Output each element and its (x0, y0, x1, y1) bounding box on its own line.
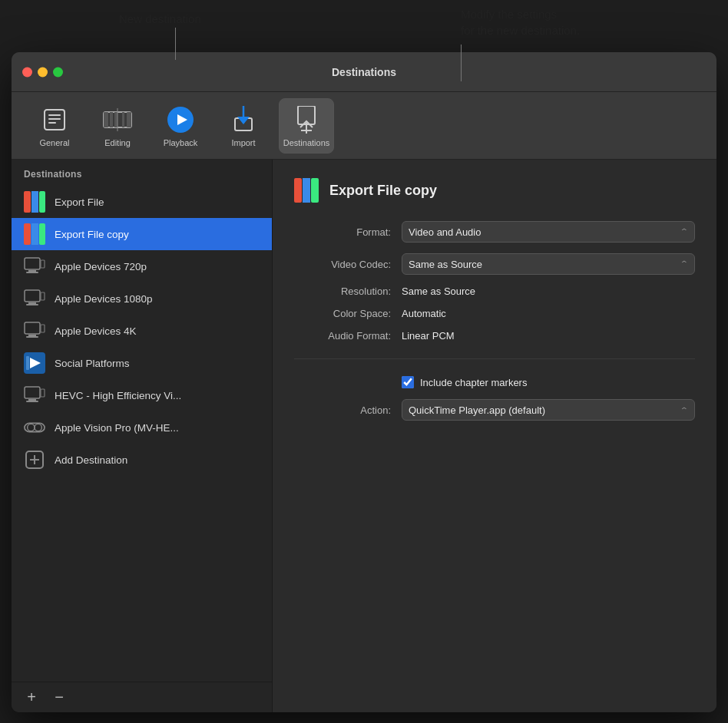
sidebar-item-hevc[interactable]: HEVC - High Efficiency Vi... (12, 379, 272, 411)
general-toolbar-button[interactable]: General (27, 98, 82, 154)
sidebar-item-apple-vision-pro[interactable]: Apple Vision Pro (MV-HE... (12, 411, 272, 444)
sidebar-item-apple-devices-720p[interactable]: Apple Devices 720p (12, 250, 272, 282)
svg-rect-23 (24, 223, 31, 245)
settings-grid: Format: Video and Audio Video Only Audio… (294, 221, 695, 421)
svg-rect-30 (25, 290, 40, 302)
svg-rect-25 (39, 223, 45, 245)
sidebar: Destinations Export File (12, 160, 273, 712)
detail-title: Export File copy (329, 183, 437, 199)
svg-rect-33 (41, 292, 45, 300)
svg-rect-29 (41, 260, 45, 268)
svg-point-46 (28, 424, 35, 431)
destinations-label: Destinations (283, 138, 330, 147)
svg-rect-53 (311, 178, 319, 203)
audio-format-label: Audio Format: (294, 330, 394, 342)
apple-devices-1080p-label: Apple Devices 1080p (55, 293, 153, 305)
video-codec-label: Video Codec: (294, 259, 394, 270)
sidebar-item-add-destination[interactable]: Add Destination (12, 444, 272, 476)
video-codec-select-wrapper: Same as Source H.264 H.265 (HEVC) ProRes… (402, 253, 695, 275)
sidebar-item-apple-devices-1080p[interactable]: Apple Devices 1080p (12, 282, 272, 315)
resolution-label: Resolution: (294, 286, 394, 297)
apple-devices-4k-icon (24, 320, 45, 342)
destinations-icon (291, 104, 322, 135)
svg-point-47 (35, 424, 41, 431)
modify-settings-callout: Modify the settingsfor the new destinati… (461, 6, 580, 38)
action-select[interactable]: QuickTime Player.app (default) None Open… (402, 399, 695, 421)
color-space-label: Color Space: (294, 308, 394, 319)
titlebar: Destinations (12, 52, 716, 92)
svg-rect-5 (104, 112, 108, 127)
export-file-copy-icon (24, 223, 45, 245)
format-select[interactable]: Video and Audio Video Only Audio Only (402, 221, 695, 243)
editing-toolbar-button[interactable]: Editing (90, 98, 145, 154)
svg-rect-2 (48, 118, 61, 120)
add-destination-label: Add Destination (55, 454, 127, 466)
import-label: Import (231, 138, 255, 147)
general-icon (39, 104, 70, 135)
svg-rect-8 (114, 112, 117, 127)
apple-devices-720p-icon (24, 256, 45, 277)
detail-panel: Export File copy Format: Video and Audio… (273, 160, 716, 712)
svg-rect-44 (41, 389, 45, 397)
maximize-button[interactable] (53, 67, 63, 77)
add-destination-icon (24, 449, 45, 470)
svg-rect-31 (28, 302, 36, 304)
sidebar-header: Destinations (12, 160, 272, 186)
playback-toolbar-button[interactable]: Playback (153, 98, 208, 154)
audio-format-value: Linear PCM (402, 330, 695, 342)
svg-rect-51 (294, 178, 302, 203)
format-label: Format: (294, 226, 394, 238)
svg-rect-7 (110, 112, 113, 127)
sidebar-list: Export File Export File copy (12, 186, 272, 682)
remove-destination-button[interactable]: − (48, 687, 70, 708)
sidebar-item-apple-devices-4k[interactable]: Apple Devices 4K (12, 315, 272, 347)
format-select-wrapper: Video and Audio Video Only Audio Only (402, 221, 695, 243)
svg-rect-3 (48, 122, 56, 124)
apple-vision-pro-label: Apple Vision Pro (MV-HE... (55, 422, 179, 434)
svg-rect-9 (122, 112, 124, 127)
export-file-label: Export File (55, 196, 104, 208)
import-toolbar-button[interactable]: Import (216, 98, 271, 154)
destinations-toolbar-button[interactable]: Destinations (279, 98, 334, 154)
svg-rect-52 (303, 178, 310, 203)
social-platforms-icon (24, 352, 45, 374)
action-select-wrapper: QuickTime Player.app (default) None Open… (402, 399, 695, 421)
minimize-button[interactable] (38, 67, 48, 77)
window-body: Destinations Export File (12, 160, 716, 712)
add-destination-button[interactable]: + (21, 687, 42, 708)
sidebar-footer: + − (12, 682, 272, 712)
svg-rect-20 (24, 191, 31, 213)
playback-icon (165, 104, 196, 135)
playback-label: Playback (164, 138, 198, 147)
social-platforms-label: Social Platforms (55, 358, 130, 369)
sidebar-item-export-file-copy[interactable]: Export File copy (12, 218, 272, 250)
svg-rect-28 (26, 272, 38, 273)
svg-rect-40 (26, 356, 29, 370)
hevc-icon (24, 385, 45, 406)
apple-devices-720p-label: Apple Devices 720p (55, 261, 147, 272)
chapter-markers-checkbox[interactable] (402, 376, 414, 388)
editing-icon (102, 104, 133, 135)
resolution-value: Same as Source (402, 286, 695, 297)
svg-rect-41 (25, 387, 40, 398)
export-file-copy-label: Export File copy (55, 229, 129, 240)
apple-devices-4k-label: Apple Devices 4K (55, 325, 137, 337)
svg-rect-27 (28, 270, 36, 272)
svg-rect-1 (48, 114, 61, 116)
sidebar-item-social-platforms[interactable]: Social Platforms (12, 347, 272, 379)
svg-marker-15 (237, 117, 250, 124)
close-button[interactable] (22, 67, 32, 77)
import-icon (228, 104, 259, 135)
sidebar-item-export-file[interactable]: Export File (12, 186, 272, 218)
svg-rect-6 (127, 112, 131, 127)
svg-rect-24 (31, 223, 38, 245)
video-codec-select[interactable]: Same as Source H.264 H.265 (HEVC) ProRes… (402, 253, 695, 275)
svg-rect-34 (25, 322, 40, 334)
apple-devices-1080p-icon (24, 288, 45, 309)
svg-rect-43 (26, 401, 38, 402)
svg-rect-32 (26, 304, 38, 305)
detail-icon (294, 178, 319, 203)
svg-rect-35 (28, 335, 36, 336)
general-label: General (39, 138, 69, 147)
export-file-icon (24, 191, 45, 213)
